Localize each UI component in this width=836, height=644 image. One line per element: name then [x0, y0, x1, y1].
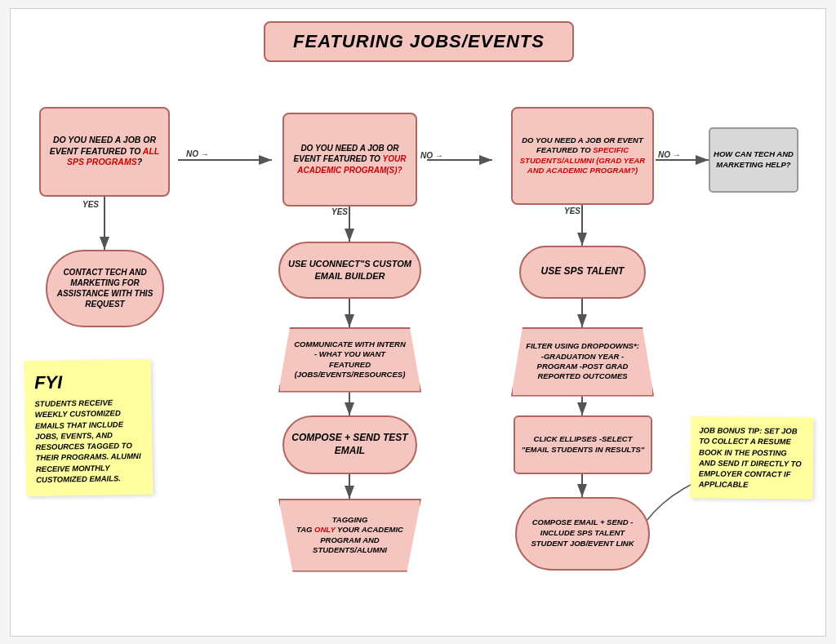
title-box: FEATURING JOBS/EVENTS — [264, 21, 574, 62]
job-bonus-text: JOB BONUS TIP: SET JOB TO COLLECT A RESU… — [699, 425, 802, 489]
tagging-box: TAGGINGTAG ONLY YOUR ACADEMIC PROGRAM AN… — [278, 499, 421, 572]
q1-box: DO YOU NEED A JOB OR EVENT FEATURED TO A… — [39, 107, 170, 197]
q3-no-label: NO → — [658, 150, 681, 159]
communicate-box: COMMUNICATE WITH INTERN - WHAT YOU WANT … — [278, 327, 421, 393]
sps-talent-text: USE SPS TALENT — [541, 265, 625, 278]
job-bonus-box: JOB BONUS TIP: SET JOB TO COLLECT A RESU… — [691, 416, 814, 499]
q1-yes-label: YES — [82, 200, 99, 209]
how-can-tech-box: HOW CAN TECH AND MARKETING HELP? — [709, 127, 798, 193]
compose-test-box: COMPOSE + SEND TEST EMAIL — [282, 415, 417, 474]
title-text: FEATURING JOBS/EVENTS — [293, 31, 545, 51]
diagram-wrapper: FEATURING JOBS/EVENTS DO YOU NEED A JOB … — [10, 8, 826, 637]
contact-tech-text: CONTACT TECH AND MARKETING FOR ASSISTANC… — [52, 267, 158, 309]
how-can-tech-text: HOW CAN TECH AND MARKETING HELP? — [710, 149, 797, 170]
uconnect-text: USE UCONNECT"S CUSTOM EMAIL BUILDER — [285, 258, 415, 282]
q3-box: DO YOU NEED A JOB OR EVENT FEATURED TO S… — [511, 107, 654, 205]
click-ellipses-box: CLICK ELLIPSES -SELECT "EMAIL STUDENTS I… — [514, 415, 652, 474]
q3-yes-label: YES — [564, 207, 580, 215]
q2-no-label: NO → — [420, 151, 443, 160]
compose-test-text: COMPOSE + SEND TEST EMAIL — [289, 432, 411, 457]
q2-yes-label: YES — [331, 207, 348, 216]
uconnect-box: USE UCONNECT"S CUSTOM EMAIL BUILDER — [278, 242, 421, 299]
contact-tech-box: CONTACT TECH AND MARKETING FOR ASSISTANC… — [46, 250, 164, 327]
sps-talent-box: USE SPS TALENT — [519, 246, 646, 299]
filter-box: FILTER USING DROPDOWNS*: -GRADUATION YEA… — [511, 327, 654, 397]
fyi-box: FYI STUDENTS RECEIVE WEEKLY CUSTOMIZED E… — [24, 358, 153, 496]
q2-box: DO YOU NEED A JOB OR EVENT FEATURED TO Y… — [282, 113, 417, 207]
compose-send-box: COMPOSE EMAIL + SEND -INCLUDE SPS TALENT… — [515, 497, 650, 571]
q1-no-label: NO → — [186, 149, 209, 158]
fyi-title: FYI — [34, 370, 141, 393]
fyi-body: STUDENTS RECEIVE WEEKLY CUSTOMIZED EMAIL… — [34, 396, 143, 485]
